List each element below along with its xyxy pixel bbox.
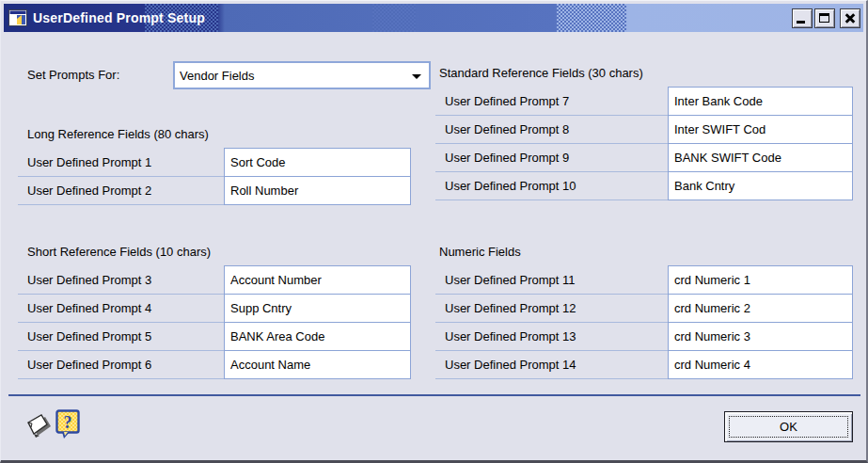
prompt-6-label: User Defined Prompt 6: [18, 350, 224, 379]
prompt-row: User Defined Prompt 12: [435, 294, 853, 323]
minimize-button[interactable]: [792, 8, 813, 28]
prompt-row: User Defined Prompt 10: [435, 171, 853, 200]
prompt-9-input[interactable]: [668, 143, 853, 172]
ok-button-label: OK: [780, 420, 797, 434]
minimize-icon: [797, 21, 805, 24]
prompt-10-input[interactable]: [668, 171, 853, 200]
prompt-row: User Defined Prompt 3: [18, 265, 411, 295]
prompt-row: User Defined Prompt 6: [18, 350, 411, 379]
prompt-14-label: User Defined Prompt 14: [435, 350, 668, 379]
help-icon: ?: [55, 409, 82, 440]
prompt-row: User Defined Prompt 4: [18, 294, 411, 323]
window-title: UserDefined Prompt Setup: [33, 10, 205, 25]
prompt-1-label: User Defined Prompt 1: [18, 148, 224, 177]
prompt-11-label: User Defined Prompt 11: [435, 265, 668, 295]
note-button[interactable]: [23, 412, 53, 444]
prompt-9-label: User Defined Prompt 9: [435, 143, 668, 172]
set-prompts-value: Vendor Fields: [180, 69, 255, 83]
prompt-4-label: User Defined Prompt 4: [18, 294, 224, 323]
titlebar-dither: [557, 4, 626, 32]
window-icon: [8, 9, 27, 26]
prompt-row: User Defined Prompt 5: [18, 322, 411, 351]
prompt-row: User Defined Prompt 2: [18, 176, 411, 205]
prompt-row: User Defined Prompt 8: [435, 115, 853, 144]
prompt-row: User Defined Prompt 14: [435, 350, 853, 379]
prompt-7-input[interactable]: [668, 87, 853, 116]
prompt-5-label: User Defined Prompt 5: [18, 322, 224, 351]
prompt-11-input[interactable]: [668, 265, 853, 295]
prompt-row: User Defined Prompt 9: [435, 143, 853, 172]
prompt-3-input[interactable]: [224, 265, 411, 295]
prompt-13-input[interactable]: [668, 322, 853, 351]
prompt-12-input[interactable]: [668, 294, 853, 323]
titlebar-dither: [372, 4, 416, 32]
prompt-2-input[interactable]: [224, 176, 411, 205]
prompt-row: User Defined Prompt 1: [18, 148, 411, 177]
short-reference-heading: Short Reference Fields (10 chars): [27, 245, 211, 259]
title-bar[interactable]: UserDefined Prompt Setup: [4, 4, 863, 32]
set-prompts-label: Set Prompts For:: [27, 68, 119, 82]
maximize-icon: [819, 13, 829, 23]
prompt-1-input[interactable]: [224, 148, 411, 177]
prompt-6-input[interactable]: [224, 350, 411, 379]
prompt-8-label: User Defined Prompt 8: [435, 115, 668, 144]
userdefined-prompt-setup-window: UserDefined Prompt Setup Set Prompts For…: [0, 0, 868, 463]
ok-button[interactable]: OK: [724, 411, 853, 442]
prompt-3-label: User Defined Prompt 3: [18, 265, 224, 295]
close-button[interactable]: [840, 8, 860, 28]
window-controls: [790, 8, 863, 28]
help-button[interactable]: ?: [55, 409, 82, 443]
prompt-14-input[interactable]: [668, 350, 853, 379]
footer-separator: [8, 394, 860, 396]
prompt-4-input[interactable]: [224, 294, 411, 323]
prompt-row: User Defined Prompt 13: [435, 322, 853, 351]
prompt-7-label: User Defined Prompt 7: [435, 87, 668, 116]
svg-text:?: ?: [64, 413, 72, 432]
numeric-fields-heading: Numeric Fields: [439, 245, 521, 259]
standard-reference-heading: Standard Reference Fields (30 chars): [439, 66, 643, 80]
maximize-button[interactable]: [814, 8, 835, 28]
prompt-8-input[interactable]: [668, 115, 853, 144]
chevron-down-icon: [412, 74, 421, 79]
prompt-row: User Defined Prompt 11: [435, 265, 853, 295]
prompt-row: User Defined Prompt 7: [435, 87, 853, 116]
note-icon: [23, 412, 53, 441]
prompt-13-label: User Defined Prompt 13: [435, 322, 668, 351]
prompt-10-label: User Defined Prompt 10: [435, 171, 668, 200]
set-prompts-dropdown[interactable]: Vendor Fields: [173, 61, 431, 89]
prompt-5-input[interactable]: [224, 322, 411, 351]
prompt-12-label: User Defined Prompt 12: [435, 294, 668, 323]
prompt-2-label: User Defined Prompt 2: [18, 176, 224, 205]
long-reference-heading: Long Reference Fields (80 chars): [27, 127, 209, 141]
ok-button-focus-rect: OK: [729, 416, 848, 438]
